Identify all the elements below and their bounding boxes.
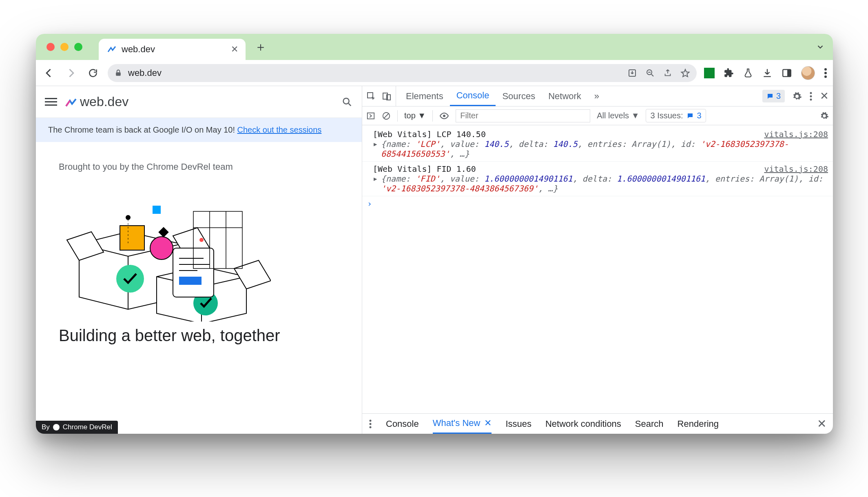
chrome-menu-button[interactable] xyxy=(824,68,827,78)
console-log-row[interactable]: vitals.js:208[Web Vitals] FID 1.60{name:… xyxy=(362,162,833,196)
window-controls xyxy=(46,43,82,51)
window-close-button[interactable] xyxy=(46,43,55,51)
devtools-drawer: ConsoleWhat's New ✕IssuesNetwork conditi… xyxy=(362,413,833,434)
log-object[interactable]: {name: 'LCP', value: 140.5, delta: 140.5… xyxy=(373,139,828,159)
extension-area xyxy=(704,66,827,80)
console-toolbar: top ▼ All levels ▼ 3 Issues: 3 xyxy=(362,106,833,125)
browser-window: web.dev ✕ ＋ web.dev xyxy=(36,34,833,434)
svg-rect-20 xyxy=(153,206,161,214)
devtools-tab-network[interactable]: Network xyxy=(542,86,588,106)
devtools-menu-icon[interactable] xyxy=(809,92,813,101)
install-icon[interactable] xyxy=(627,68,637,78)
drawer-tab-what-s-new[interactable]: What's New ✕ xyxy=(433,414,492,434)
svg-line-42 xyxy=(384,113,389,118)
site-header: web.dev xyxy=(36,86,362,118)
devtools-close-icon[interactable]: ✕ xyxy=(820,90,829,102)
drawer-tab-console[interactable]: Console xyxy=(386,414,419,434)
drawer-close-icon[interactable]: ✕ xyxy=(817,417,826,430)
site-brand[interactable]: web.dev xyxy=(64,94,128,109)
messages-count: 3 xyxy=(776,91,781,101)
page-viewport: web.dev The Chrome team is back at Googl… xyxy=(36,86,362,434)
window-minimize-button[interactable] xyxy=(60,43,69,51)
issues-chip[interactable]: 3 Issues: 3 xyxy=(646,109,706,122)
url-text: web.dev xyxy=(128,68,622,78)
svg-point-45 xyxy=(370,423,372,425)
tab-strip: web.dev ✕ ＋ xyxy=(36,34,833,60)
log-message: [Web Vitals] FID 1.60 xyxy=(373,164,828,174)
forward-button[interactable] xyxy=(64,66,78,80)
browser-tab[interactable]: web.dev ✕ xyxy=(99,39,246,60)
console-sidebar-toggle-icon[interactable] xyxy=(366,111,375,120)
svg-rect-0 xyxy=(116,72,121,75)
tab-favicon xyxy=(107,44,117,54)
preserve-log-eye-icon[interactable] xyxy=(439,111,449,121)
zoom-icon[interactable] xyxy=(645,68,655,78)
svg-point-43 xyxy=(443,115,445,117)
log-source-link[interactable]: vitals.js:208 xyxy=(764,129,828,139)
share-icon[interactable] xyxy=(663,69,672,78)
context-selector[interactable]: top ▼ xyxy=(404,111,426,120)
devtools-tab-sources[interactable]: Sources xyxy=(496,86,542,106)
chrome-ball-icon xyxy=(53,424,60,430)
extension-green-square[interactable] xyxy=(704,68,715,78)
svg-point-44 xyxy=(370,419,372,422)
svg-point-37 xyxy=(810,92,812,94)
bookmark-icon[interactable] xyxy=(680,68,690,78)
device-toolbar-icon[interactable] xyxy=(382,91,392,101)
console-settings-icon[interactable] xyxy=(820,111,829,120)
hamburger-menu-button[interactable] xyxy=(45,98,57,106)
console-filter-input[interactable] xyxy=(456,109,590,122)
site-logo-icon xyxy=(64,96,76,108)
extensions-icon[interactable] xyxy=(724,68,734,78)
badge-prefix: By xyxy=(42,423,50,431)
log-object[interactable]: {name: 'FID', value: 1.6000000014901161,… xyxy=(373,174,828,193)
svg-point-22 xyxy=(126,215,131,220)
svg-rect-4 xyxy=(787,69,791,76)
svg-rect-28 xyxy=(179,277,202,285)
page-headline: Building a better web, together xyxy=(59,326,339,345)
site-search-button[interactable] xyxy=(341,96,353,108)
devtools-tabbar: ElementsConsoleSourcesNetwork » 3 ✕ xyxy=(362,86,833,106)
svg-point-7 xyxy=(824,75,827,78)
attribution-badge[interactable]: By Chrome DevRel xyxy=(36,421,118,434)
log-level-selector[interactable]: All levels ▼ xyxy=(597,111,639,120)
svg-rect-18 xyxy=(120,226,144,250)
svg-point-38 xyxy=(810,95,812,97)
svg-rect-40 xyxy=(368,113,374,119)
drawer-tab-network-conditions[interactable]: Network conditions xyxy=(545,414,621,434)
log-message: [Web Vitals] LCP 140.50 xyxy=(373,129,828,139)
devtools-tab-elements[interactable]: Elements xyxy=(399,86,450,106)
tabs-chevron-icon[interactable] xyxy=(816,42,825,51)
lock-icon[interactable] xyxy=(114,69,122,77)
hero-illustration xyxy=(59,187,271,322)
drawer-menu-icon[interactable] xyxy=(369,419,372,428)
devtools-settings-icon[interactable] xyxy=(792,91,802,101)
devtools-tab-console[interactable]: Console xyxy=(450,86,496,106)
drawer-tab-search[interactable]: Search xyxy=(635,414,664,434)
new-tab-button[interactable]: ＋ xyxy=(255,39,267,55)
address-bar[interactable]: web.dev xyxy=(108,64,697,82)
drawer-tab-close-icon[interactable]: ✕ xyxy=(484,418,492,428)
svg-point-5 xyxy=(824,68,827,71)
drawer-tab-rendering[interactable]: Rendering xyxy=(678,414,719,434)
svg-point-6 xyxy=(824,72,827,74)
profile-avatar[interactable] xyxy=(801,66,815,80)
inspect-element-icon[interactable] xyxy=(366,91,376,101)
console-prompt[interactable]: › xyxy=(362,196,833,211)
back-button[interactable] xyxy=(42,66,56,80)
log-source-link[interactable]: vitals.js:208 xyxy=(764,164,828,174)
reload-button[interactable] xyxy=(86,66,100,80)
labs-icon[interactable] xyxy=(743,68,753,78)
svg-point-16 xyxy=(116,265,144,293)
messages-chip[interactable]: 3 xyxy=(762,90,785,102)
sidepanel-icon[interactable] xyxy=(782,68,792,78)
tab-close-button[interactable]: ✕ xyxy=(231,44,238,55)
more-tabs-icon[interactable]: » xyxy=(591,91,602,102)
banner-link[interactable]: Check out the sessions xyxy=(237,125,322,134)
drawer-tab-issues[interactable]: Issues xyxy=(505,414,531,434)
clear-console-icon[interactable] xyxy=(382,111,391,120)
window-maximize-button[interactable] xyxy=(74,43,82,51)
console-output[interactable]: vitals.js:208[Web Vitals] LCP 140.50{nam… xyxy=(362,125,833,413)
console-log-row[interactable]: vitals.js:208[Web Vitals] LCP 140.50{nam… xyxy=(362,127,833,162)
downloads-icon[interactable] xyxy=(762,68,773,78)
